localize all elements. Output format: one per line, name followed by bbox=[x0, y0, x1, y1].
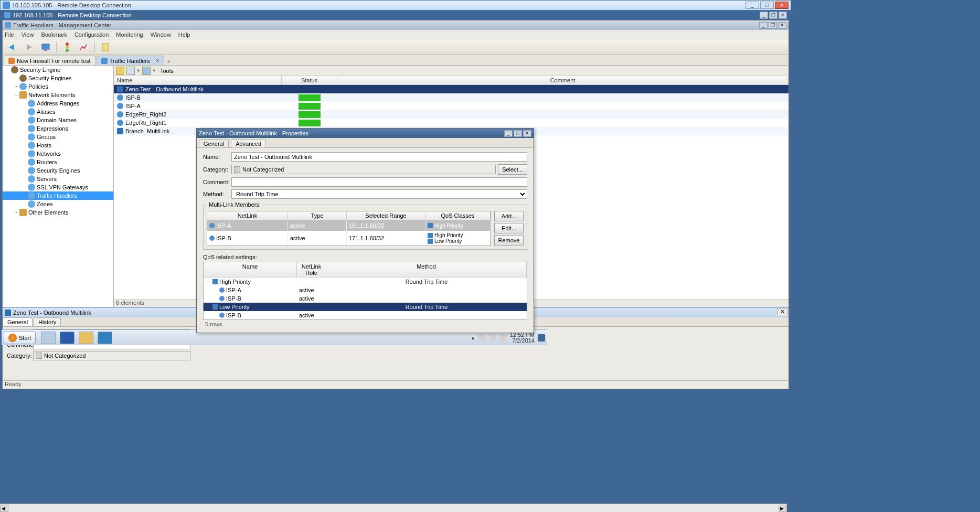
tree-item-domain-names[interactable]: Domain Names bbox=[3, 116, 113, 124]
tree-item-ssl-vpn-gateways[interactable]: SSL VPN Gateways bbox=[3, 183, 113, 191]
mlm-row[interactable]: ISP-Bactive171.1.1.60/32High PriorityLow… bbox=[207, 231, 491, 246]
close-button[interactable]: ✕ bbox=[775, 2, 789, 9]
remove-button[interactable]: Remove bbox=[494, 235, 524, 246]
list-row[interactable]: Zeno Test - Outbound Multilink bbox=[114, 85, 789, 93]
tray-sound-icon[interactable] bbox=[499, 334, 507, 342]
qos-row[interactable]: ISP-Bactive bbox=[204, 311, 527, 319]
horizontal-scrollbar[interactable]: ◄ ► bbox=[0, 504, 787, 512]
name-input[interactable] bbox=[231, 152, 527, 162]
col-qos-name[interactable]: Name bbox=[204, 262, 297, 277]
menubar[interactable]: FileViewBookmarkConfigurationMonitoringW… bbox=[3, 30, 789, 39]
tray-network-icon[interactable] bbox=[489, 334, 496, 342]
inner-rdp-titlebar[interactable]: 192.168.11.106 - Remote Desktop Connecti… bbox=[2, 10, 789, 20]
menu-monitoring[interactable]: Monitoring bbox=[116, 31, 143, 38]
col-netlink-role[interactable]: NetLink Role bbox=[297, 262, 326, 277]
task-powershell-icon[interactable] bbox=[60, 332, 74, 344]
qos-row[interactable]: − Low PriorityRound Trip Time bbox=[204, 303, 527, 311]
list-row[interactable]: ISP-B bbox=[114, 93, 789, 102]
col-range[interactable]: Selected Range bbox=[347, 211, 425, 220]
mlm-grid[interactable]: NetLink Type Selected Range QoS Classes … bbox=[207, 211, 491, 246]
col-comment[interactable]: Comment bbox=[337, 76, 789, 84]
col-type[interactable]: Type bbox=[288, 211, 347, 220]
col-netlink[interactable]: NetLink bbox=[207, 211, 288, 220]
tab-general[interactable]: General bbox=[3, 317, 33, 326]
minimize-button[interactable]: _ bbox=[760, 12, 768, 19]
tree-item-networks[interactable]: Networks bbox=[3, 150, 113, 158]
task-app-icon[interactable] bbox=[98, 332, 112, 344]
outer-rdp-titlebar[interactable]: 10.100.105.105 - Remote Desktop Connecti… bbox=[0, 0, 791, 10]
app-titlebar[interactable]: Traffic Handlers - Management Center _ ❐… bbox=[3, 20, 789, 30]
close-button[interactable]: ✕ bbox=[778, 22, 786, 29]
minimize-button[interactable]: _ bbox=[504, 130, 513, 137]
note-icon[interactable] bbox=[98, 40, 113, 54]
sidebar-tree[interactable]: Security EngineSecurity Engines+Policies… bbox=[3, 66, 114, 307]
tree-item-groups[interactable]: Groups bbox=[3, 133, 113, 141]
col-name[interactable]: Name bbox=[114, 76, 282, 84]
menu-bookmark[interactable]: Bookmark bbox=[41, 31, 67, 38]
tree-item-security-engines[interactable]: Security Engines bbox=[3, 166, 113, 175]
tree-item-servers[interactable]: Servers bbox=[3, 175, 113, 183]
tab-general[interactable]: General bbox=[199, 139, 229, 147]
chart-icon[interactable] bbox=[77, 40, 91, 54]
col-method[interactable]: Method bbox=[326, 262, 527, 277]
menu-view[interactable]: View bbox=[22, 31, 34, 38]
method-select[interactable]: Round Trip Time bbox=[231, 189, 527, 199]
tab-history[interactable]: History bbox=[34, 317, 61, 326]
menu-file[interactable]: File bbox=[5, 31, 14, 38]
clock[interactable]: 12:52 PM 7/2/2014 bbox=[510, 332, 535, 344]
tools-menu[interactable]: Tools bbox=[160, 68, 174, 74]
maximize-button[interactable]: □ bbox=[760, 2, 774, 9]
qos-grid[interactable]: Name NetLink Role Method − High Priority… bbox=[203, 262, 527, 320]
tree-item-aliases[interactable]: Aliases bbox=[3, 108, 113, 116]
forward-button[interactable] bbox=[22, 40, 36, 54]
dialog-titlebar[interactable]: Zeno Test - Outbound Multilink - Propert… bbox=[197, 129, 534, 138]
tree-item-policies[interactable]: +Policies bbox=[3, 82, 113, 91]
tab-traffic-handlers[interactable]: Traffic Handlers ✕ bbox=[97, 56, 164, 65]
tree-item-expressions[interactable]: Expressions bbox=[3, 124, 113, 133]
comment-input[interactable] bbox=[231, 177, 527, 187]
tree-item-network-elements[interactable]: −Network Elements bbox=[3, 91, 113, 99]
start-button[interactable]: Start bbox=[4, 332, 36, 344]
system-tray[interactable]: ▲ 12:52 PM 7/2/2014 bbox=[471, 332, 545, 344]
tree-item-security-engines[interactable]: Security Engines bbox=[3, 74, 113, 82]
settings-icon[interactable] bbox=[142, 67, 151, 75]
panel-close-button[interactable]: ✕ bbox=[777, 308, 787, 316]
col-status[interactable]: Status bbox=[282, 76, 337, 84]
up-button[interactable] bbox=[116, 67, 124, 75]
col-qos[interactable]: QoS Classes bbox=[425, 211, 491, 220]
tab-advanced[interactable]: Advanced bbox=[231, 139, 266, 147]
restore-button[interactable]: ❐ bbox=[769, 12, 777, 19]
close-tab-icon[interactable]: ✕ bbox=[155, 58, 159, 63]
mlm-row[interactable]: ISP-Aactive161.1.1.60/32High Priority bbox=[207, 220, 491, 231]
menu-help[interactable]: Help bbox=[178, 31, 190, 38]
add-button[interactable]: Add... bbox=[494, 211, 524, 221]
list-header[interactable]: Name Status Comment bbox=[114, 76, 789, 85]
refresh-button[interactable] bbox=[126, 67, 135, 75]
monitor-button[interactable] bbox=[38, 40, 53, 54]
tab-firewall[interactable]: New Firewall For remote test bbox=[4, 56, 95, 65]
maximize-button[interactable]: □ bbox=[514, 130, 522, 137]
scroll-right-button[interactable]: ► bbox=[779, 505, 787, 512]
qos-row[interactable]: ISP-Bactive bbox=[204, 294, 527, 303]
qos-row[interactable]: ISP-Aactive bbox=[204, 286, 527, 294]
tray-flag-icon[interactable] bbox=[478, 334, 486, 342]
tree-item-routers[interactable]: Routers bbox=[3, 158, 113, 166]
task-explorer-icon[interactable] bbox=[41, 332, 56, 344]
tree-item-hosts[interactable]: Hosts bbox=[3, 141, 113, 150]
select-button[interactable]: Select... bbox=[498, 164, 527, 175]
tree-root[interactable]: Security Engine bbox=[3, 66, 113, 74]
traffic-light-icon[interactable] bbox=[60, 40, 74, 54]
tree-item-zones[interactable]: Zones bbox=[3, 200, 113, 208]
tree-item-traffic-handlers[interactable]: Traffic Handlers bbox=[3, 191, 113, 200]
edit-button[interactable]: Edit... bbox=[494, 223, 524, 233]
add-tab-button[interactable]: + bbox=[165, 58, 173, 65]
scroll-left-button[interactable]: ◄ bbox=[0, 505, 8, 512]
list-row[interactable]: EdgeRtr_Right1 bbox=[114, 119, 789, 127]
list-row[interactable]: EdgeRtr_Right2 bbox=[114, 110, 789, 119]
tree-item-address-ranges[interactable]: Address Ranges bbox=[3, 99, 113, 108]
qos-row[interactable]: − High PriorityRound Trip Time bbox=[204, 278, 527, 286]
list-row[interactable]: ISP-A bbox=[114, 102, 789, 110]
task-folder-icon[interactable] bbox=[79, 332, 93, 344]
back-button[interactable] bbox=[5, 40, 19, 54]
close-button[interactable]: ✕ bbox=[779, 12, 787, 19]
